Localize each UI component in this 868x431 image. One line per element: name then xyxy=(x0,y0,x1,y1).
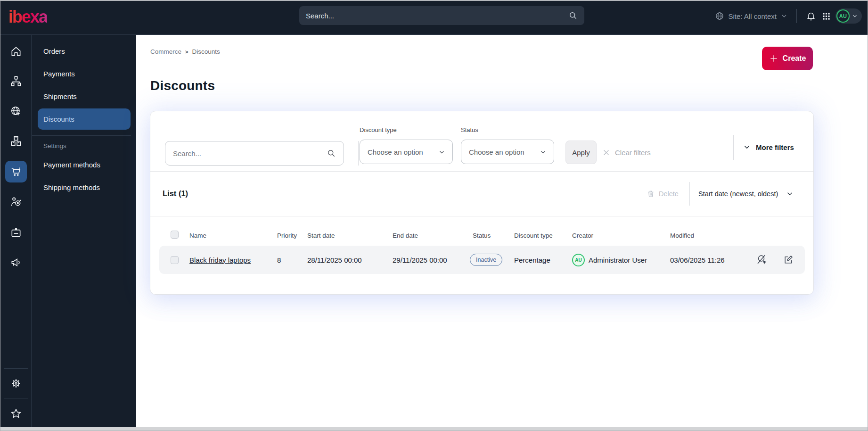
sidebar-item-admin[interactable] xyxy=(5,373,27,394)
more-filters-button[interactable]: More filters xyxy=(743,136,794,158)
clear-filters-label: Clear filters xyxy=(615,149,651,157)
chevron-down-icon xyxy=(780,12,788,20)
menu-item-label: Shipping methods xyxy=(43,183,100,191)
global-search[interactable] xyxy=(299,6,584,25)
row-checkbox[interactable] xyxy=(171,246,179,274)
chevron-down-icon xyxy=(539,148,547,156)
card-divider xyxy=(150,216,813,216)
chevron-down-icon xyxy=(743,143,751,151)
sidebar-item-bookmarks[interactable] xyxy=(5,403,27,424)
sidebar-item-products[interactable] xyxy=(5,130,27,152)
topbar: ibexa Site: All context AU xyxy=(0,1,868,35)
id-badge-icon xyxy=(10,226,22,239)
menu-item-shipping-methods[interactable]: Shipping methods xyxy=(38,177,131,198)
sidebar-item-corporate[interactable] xyxy=(5,222,27,243)
column-header-priority[interactable]: Priority xyxy=(277,232,297,239)
sidebar-item-customers[interactable] xyxy=(5,191,27,213)
menu-item-shipments[interactable]: Shipments xyxy=(38,86,131,107)
list-title: List (1) xyxy=(163,189,188,198)
breadcrumb-discounts[interactable]: Discounts xyxy=(192,48,220,55)
global-search-input[interactable] xyxy=(306,12,568,20)
edit-icon xyxy=(783,255,794,265)
user-menu[interactable]: AU xyxy=(835,8,862,24)
column-header-status[interactable]: Status xyxy=(473,232,491,239)
globe-icon xyxy=(715,11,724,21)
column-header-end-date[interactable]: End date xyxy=(393,232,418,239)
megaphone-icon xyxy=(10,256,22,268)
create-button[interactable]: Create xyxy=(762,47,813,70)
search-icon xyxy=(327,149,336,158)
menu-item-label: Payments xyxy=(43,70,75,78)
discount-type-value: Choose an option xyxy=(368,148,423,156)
menu-item-payment-methods[interactable]: Payment methods xyxy=(38,154,131,175)
breadcrumb-commerce[interactable]: Commerce xyxy=(150,48,181,55)
creator-avatar: AU xyxy=(572,246,585,274)
list-header-divider xyxy=(689,182,690,206)
close-icon xyxy=(602,149,610,157)
apply-button[interactable]: Apply xyxy=(565,141,597,164)
sort-label: Start date (newest, oldest) xyxy=(698,190,778,198)
notifications-button[interactable] xyxy=(805,9,817,23)
main-content: Commerce > Discounts Create Discounts Di… xyxy=(136,35,868,427)
discounts-card: Discount type Choose an option Status Ch… xyxy=(150,111,814,295)
sort-dropdown[interactable]: Start date (newest, oldest) xyxy=(698,187,794,201)
bell-icon xyxy=(806,11,816,21)
topbar-divider xyxy=(796,9,797,23)
status-select[interactable]: Choose an option xyxy=(461,140,554,164)
search-icon[interactable] xyxy=(568,11,578,20)
menu-item-payments[interactable]: Payments xyxy=(38,63,131,84)
sidebar-item-content[interactable] xyxy=(5,70,27,92)
menu-item-orders[interactable]: Orders xyxy=(38,41,131,62)
chevron-down-icon xyxy=(852,13,858,19)
menu-section-label: Settings xyxy=(43,142,66,149)
menu-item-label: Payment methods xyxy=(43,161,100,169)
discount-type-select[interactable]: Choose an option xyxy=(360,140,453,164)
column-header-start-date[interactable]: Start date xyxy=(307,232,335,239)
end-date-cell: 29/11/2025 00:00 xyxy=(393,246,447,274)
column-header-modified[interactable]: Modified xyxy=(670,232,694,239)
grid-icon xyxy=(822,12,831,21)
gear-icon xyxy=(10,377,22,390)
discount-name-link[interactable]: Black friday laptops xyxy=(189,246,251,274)
menu-item-label: Shipments xyxy=(43,92,77,100)
deactivate-button[interactable] xyxy=(757,246,768,274)
rail-divider xyxy=(4,368,28,369)
delete-button[interactable]: Delete xyxy=(647,187,679,201)
priority-cell: 8 xyxy=(277,246,281,274)
rail-divider xyxy=(4,398,28,398)
edit-button[interactable] xyxy=(783,246,794,274)
creator-cell: Administrator User xyxy=(589,246,647,274)
status-value: Choose an option xyxy=(469,148,524,156)
select-all-checkbox[interactable] xyxy=(171,231,179,239)
modified-cell: 03/06/2025 11:26 xyxy=(670,246,725,274)
breadcrumb-separator: > xyxy=(185,49,188,55)
column-header-discount-type[interactable]: Discount type xyxy=(514,232,553,239)
card-divider xyxy=(150,171,813,172)
menu-item-discounts[interactable]: Discounts xyxy=(38,108,131,130)
filter-search-input[interactable] xyxy=(173,149,327,157)
site-context-selector[interactable]: Site: All context xyxy=(715,11,788,21)
plus-icon xyxy=(769,54,778,63)
start-date-cell: 28/11/2025 00:00 xyxy=(307,246,362,274)
deactivate-icon xyxy=(757,254,768,265)
menu-divider xyxy=(32,135,131,136)
column-header-creator[interactable]: Creator xyxy=(572,232,593,239)
apps-menu-button[interactable] xyxy=(820,9,832,23)
sidebar-item-marketing[interactable] xyxy=(5,251,27,273)
create-button-label: Create xyxy=(783,54,806,63)
filter-divider xyxy=(358,141,359,166)
app-window: ibexa Site: All context AU xyxy=(0,0,868,431)
menu-item-label: Discounts xyxy=(43,115,74,123)
column-header-name[interactable]: Name xyxy=(189,232,206,239)
boxes-icon xyxy=(10,135,22,147)
filter-divider xyxy=(733,135,734,160)
customer-target-icon xyxy=(10,196,22,208)
filter-search[interactable] xyxy=(165,141,344,166)
clear-filters-button[interactable]: Clear filters xyxy=(602,141,651,164)
discount-type-label: Discount type xyxy=(360,126,397,133)
sidebar-item-commerce[interactable] xyxy=(5,161,27,182)
menu-item-label: Orders xyxy=(43,47,65,55)
sidebar-item-site[interactable] xyxy=(5,100,27,122)
sidebar-item-dashboard[interactable] xyxy=(5,41,27,62)
ibexa-logo[interactable]: ibexa xyxy=(8,7,47,27)
